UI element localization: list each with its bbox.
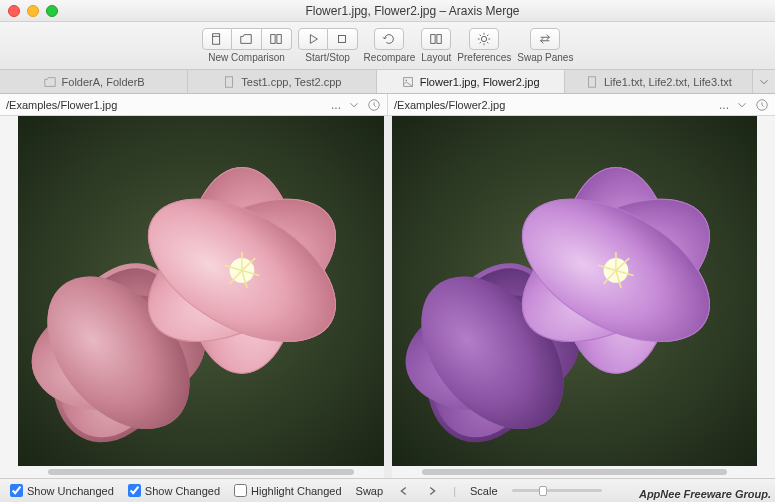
file-icon [585, 75, 599, 89]
tab-cpp[interactable]: Test1.cpp, Test2.cpp [188, 70, 376, 93]
chevron-down-icon [757, 75, 771, 89]
path-row: /Examples/Flower1.jpg ... /Examples/Flow… [0, 94, 775, 116]
toolbar-label-layout: Layout [421, 52, 451, 63]
scale-label: Scale [470, 485, 498, 497]
swap-label: Swap [356, 485, 384, 497]
left-image-viewport[interactable] [18, 116, 384, 466]
stop-button[interactable] [328, 28, 358, 50]
svg-rect-5 [437, 35, 441, 44]
right-path[interactable]: /Examples/Flower2.jpg [394, 99, 713, 111]
toolbar-label-startstop: Start/Stop [305, 52, 349, 63]
tab-label: FolderA, FolderB [62, 76, 145, 88]
toolbar-label-new-comparison: New Comparison [208, 52, 285, 63]
left-path[interactable]: /Examples/Flower1.jpg [6, 99, 325, 111]
tab-overflow-button[interactable] [753, 70, 775, 93]
show-unchanged-label: Show Unchanged [27, 485, 114, 497]
chevron-down-icon[interactable] [347, 98, 361, 112]
swap-right-button[interactable] [425, 484, 439, 498]
svg-rect-1 [271, 35, 275, 44]
minimize-icon[interactable] [27, 5, 39, 17]
svg-rect-2 [277, 35, 281, 44]
highlight-changed-checkbox[interactable]: Highlight Changed [234, 484, 342, 497]
swap-panes-button[interactable] [530, 28, 560, 50]
watermark: AppNee Freeware Group. [639, 488, 771, 500]
preferences-button[interactable] [469, 28, 499, 50]
right-pane [392, 116, 758, 478]
image-icon [401, 75, 415, 89]
scale-thumb[interactable] [539, 486, 547, 496]
pane-divider[interactable] [384, 116, 392, 478]
tab-label: Life1.txt, Life2.txt, Life3.txt [604, 76, 732, 88]
left-path-cell: /Examples/Flower1.jpg ... [0, 94, 387, 115]
recompare-button[interactable] [374, 28, 404, 50]
swap-left-button[interactable] [397, 484, 411, 498]
tab-bar: FolderA, FolderB Test1.cpp, Test2.cpp Fl… [0, 70, 775, 94]
titlebar: Flower1.jpg, Flower2.jpg – Araxis Merge [0, 0, 775, 22]
right-image-viewport[interactable] [392, 116, 758, 466]
toolbar-label-recompare: Recompare [364, 52, 416, 63]
right-ruler [757, 116, 775, 478]
window-title: Flower1.jpg, Flower2.jpg – Araxis Merge [58, 4, 767, 18]
chevron-down-icon[interactable] [735, 98, 749, 112]
right-path-cell: /Examples/Flower2.jpg ... [387, 94, 775, 115]
flower1-image [18, 116, 384, 466]
tab-label: Flower1.jpg, Flower2.jpg [420, 76, 540, 88]
new-folder-comparison-button[interactable] [232, 28, 262, 50]
tab-folders[interactable]: FolderA, FolderB [0, 70, 188, 93]
right-horizontal-scrollbar[interactable] [392, 466, 758, 478]
left-path-more[interactable]: ... [331, 98, 341, 112]
scale-slider[interactable] [512, 489, 602, 492]
left-pane [18, 116, 384, 478]
show-changed-checkbox[interactable]: Show Changed [128, 484, 220, 497]
svg-point-9 [405, 79, 407, 81]
toolbar: New Comparison Start/Stop Recompare Layo… [0, 22, 775, 70]
highlight-changed-label: Highlight Changed [251, 485, 342, 497]
flower2-image [392, 116, 758, 466]
history-icon[interactable] [367, 98, 381, 112]
tab-images[interactable]: Flower1.jpg, Flower2.jpg [377, 70, 565, 93]
close-icon[interactable] [8, 5, 20, 17]
right-path-more[interactable]: ... [719, 98, 729, 112]
svg-rect-7 [226, 76, 233, 87]
toolbar-label-swappanes: Swap Panes [517, 52, 573, 63]
maximize-icon[interactable] [46, 5, 58, 17]
show-changed-label: Show Changed [145, 485, 220, 497]
svg-rect-4 [431, 35, 435, 44]
tab-txt[interactable]: Life1.txt, Life2.txt, Life3.txt [565, 70, 753, 93]
history-icon[interactable] [755, 98, 769, 112]
show-unchanged-checkbox[interactable]: Show Unchanged [10, 484, 114, 497]
svg-rect-0 [212, 34, 219, 45]
folder-icon [43, 75, 57, 89]
window-controls [8, 5, 58, 17]
layout-button[interactable] [421, 28, 451, 50]
new-file-comparison-button[interactable] [202, 28, 232, 50]
comparison-panes [0, 116, 775, 478]
start-button[interactable] [298, 28, 328, 50]
svg-point-6 [482, 36, 487, 41]
file-icon [222, 75, 236, 89]
svg-rect-10 [588, 76, 595, 87]
separator: | [453, 485, 456, 497]
toolbar-label-preferences: Preferences [457, 52, 511, 63]
svg-rect-3 [339, 36, 346, 43]
left-ruler [0, 116, 18, 478]
new-text-comparison-button[interactable] [262, 28, 292, 50]
tab-label: Test1.cpp, Test2.cpp [241, 76, 341, 88]
left-horizontal-scrollbar[interactable] [18, 466, 384, 478]
